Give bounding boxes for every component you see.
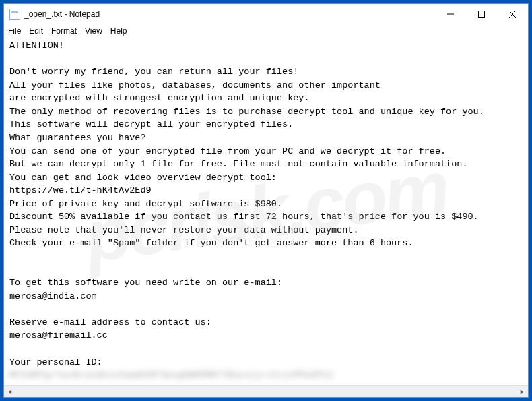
window-title: _open_.txt - Notepad — [24, 9, 435, 19]
text-line: You can get and look video overview decr… — [9, 173, 277, 183]
scroll-track[interactable] — [15, 386, 517, 397]
personal-id-blurred: MFhdRfgrYycNra1dkxshawA26F3wxg0W09RK73Ky… — [9, 369, 334, 382]
horizontal-scrollbar[interactable]: ◄ ► — [4, 385, 528, 397]
text-line: This software will decrypt all your encr… — [9, 119, 293, 129]
text-line: Price of private key and decrypt softwar… — [9, 199, 282, 209]
maximize-button[interactable] — [466, 4, 497, 24]
menu-file[interactable]: File — [7, 26, 22, 36]
text-line: All your files like photos, databases, d… — [9, 80, 380, 90]
text-line: merosa@firemail.cc — [9, 330, 108, 340]
text-line: Don't worry my friend, you can return al… — [9, 67, 298, 77]
text-line: Your personal ID: — [9, 357, 102, 367]
menubar: File Edit Format View Help — [4, 24, 528, 38]
text-line: https://we.tl/t-hK4tAv2Ed9 — [9, 185, 152, 195]
text-line: Reserve e-mail address to contact us: — [9, 317, 211, 328]
notepad-icon — [9, 9, 20, 20]
text-line: ATTENTION! — [9, 40, 64, 51]
window-controls — [435, 4, 528, 24]
menu-help[interactable]: Help — [109, 26, 129, 36]
text-line: Check your e-mail "Spam" folder if you d… — [9, 238, 413, 248]
text-line: What guarantees you have? — [9, 133, 146, 143]
text-line: merosa@india.com — [9, 291, 97, 301]
scroll-left-arrow-icon[interactable]: ◄ — [4, 386, 15, 398]
text-line: are encrypted with strongest encryption … — [9, 93, 310, 103]
text-line: The only method of recovering files is t… — [9, 106, 484, 117]
svg-rect-1 — [479, 11, 485, 18]
menu-view[interactable]: View — [84, 26, 104, 36]
titlebar: _open_.txt - Notepad — [4, 4, 528, 24]
text-line: Please note that you'll never restore yo… — [9, 225, 358, 235]
text-line: Discount 50% available if you contact us… — [9, 212, 479, 222]
text-line: But we can decrypt only 1 file for free.… — [9, 159, 468, 169]
close-button[interactable] — [497, 4, 528, 24]
minimize-button[interactable] — [435, 4, 466, 24]
text-line: You can send one of your encrypted file … — [9, 146, 446, 156]
menu-edit[interactable]: Edit — [28, 26, 44, 36]
text-line: To get this software you need write on o… — [9, 278, 282, 288]
scroll-right-arrow-icon[interactable]: ► — [517, 386, 528, 398]
text-area[interactable]: ATTENTION! Don't worry my friend, you ca… — [4, 38, 528, 385]
menu-format[interactable]: Format — [50, 26, 78, 36]
notepad-window: _open_.txt - Notepad File Edit Format Vi… — [3, 3, 529, 398]
